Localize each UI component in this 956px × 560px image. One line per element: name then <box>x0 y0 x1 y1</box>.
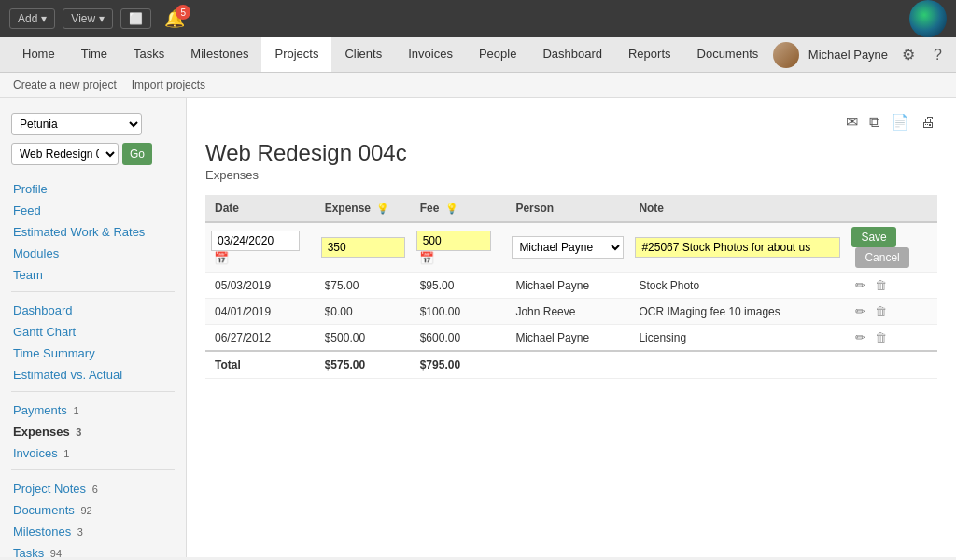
edit-note-input[interactable] <box>635 237 840 258</box>
row2-person: John Reeve <box>506 299 629 325</box>
calendar-icon[interactable]: 📅 <box>214 251 229 265</box>
row1-fee: $95.00 <box>411 273 507 299</box>
row1-delete-icon[interactable]: 🗑 <box>875 278 887 292</box>
project-selector-group: Petunia <box>0 107 186 141</box>
nav-bar: Home Time Tasks Milestones Projects Clie… <box>0 37 956 73</box>
nav-documents[interactable]: Documents <box>684 37 772 72</box>
nav-people[interactable]: People <box>466 37 529 72</box>
sidebar-item-team[interactable]: Team <box>0 264 186 286</box>
row3-note: Licensing <box>629 325 846 352</box>
notification-badge: 5 <box>176 5 190 20</box>
go-button[interactable]: Go <box>122 143 152 165</box>
row3-delete-icon[interactable]: 🗑 <box>875 330 887 344</box>
sidebar-item-estimated-work[interactable]: Estimated Work & Rates <box>0 221 186 243</box>
edit-expense-input[interactable] <box>321 237 405 258</box>
edit-fee-cell: 📅 <box>411 222 507 273</box>
edit-fee-input[interactable] <box>416 231 491 251</box>
import-projects-link[interactable]: Import projects <box>132 78 205 91</box>
nav-invoices[interactable]: Invoices <box>395 37 466 72</box>
row1-edit-icon[interactable]: ✏ <box>855 278 865 292</box>
nav-tasks[interactable]: Tasks <box>120 37 177 72</box>
sidebar-item-invoices[interactable]: Invoices 1 <box>0 442 186 464</box>
edit-expense-cell <box>316 222 411 273</box>
sidebar-item-modules[interactable]: Modules <box>0 243 186 264</box>
sidebar-item-time-summary[interactable]: Time Summary <box>0 343 186 364</box>
row3-fee: $600.00 <box>411 325 507 352</box>
monitor-button[interactable]: ⬜ <box>120 8 151 29</box>
sidebar-item-documents[interactable]: Documents 92 <box>0 499 186 521</box>
content-actions: ✉ ⧉ 📄 🖨 <box>205 111 937 133</box>
row1-person: Michael Payne <box>506 273 629 299</box>
sub-nav: Create a new project Import projects <box>0 73 956 98</box>
pdf-action-icon[interactable]: 📄 <box>889 111 911 133</box>
sidebar-bottom-links: Project Notes 6 Documents 92 Milestones … <box>0 478 186 557</box>
row3-date: 06/27/2012 <box>205 325 316 352</box>
edit-actions-cell: Save Cancel <box>846 222 937 273</box>
create-project-link[interactable]: Create a new project <box>13 78 117 91</box>
row3-actions: ✏ 🗑 <box>846 325 937 352</box>
main-layout: Petunia Web Redesign 004c Go Profile Fee… <box>0 98 956 557</box>
table-row: 06/27/2012 $500.00 $600.00 Michael Payne… <box>205 325 937 352</box>
sidebar: Petunia Web Redesign 004c Go Profile Fee… <box>0 98 187 557</box>
sidebar-main-links: Profile Feed Estimated Work & Rates Modu… <box>0 178 186 286</box>
edit-date-input[interactable] <box>211 231 300 251</box>
row1-expense: $75.00 <box>316 273 411 299</box>
row2-edit-icon[interactable]: ✏ <box>855 304 865 318</box>
avatar <box>773 42 799 68</box>
col-date: Date <box>205 195 316 222</box>
project-select[interactable]: Web Redesign 004c <box>11 143 119 165</box>
sidebar-item-expenses[interactable]: Expenses 3 <box>0 421 186 442</box>
help-icon[interactable]: ? <box>929 45 947 65</box>
sidebar-item-feed[interactable]: Feed <box>0 200 186 221</box>
nav-reports[interactable]: Reports <box>615 37 684 72</box>
row2-delete-icon[interactable]: 🗑 <box>875 304 887 318</box>
sidebar-item-milestones[interactable]: Milestones 3 <box>0 521 186 542</box>
copy-action-icon[interactable]: ⧉ <box>867 111 881 133</box>
sidebar-item-profile[interactable]: Profile <box>0 178 186 200</box>
view-button[interactable]: View ▾ <box>63 8 113 29</box>
save-button[interactable]: Save <box>851 227 895 247</box>
nav-dashboard[interactable]: Dashboard <box>529 37 615 72</box>
sidebar-dash-links: Dashboard Gantt Chart Time Summary Estim… <box>0 300 186 385</box>
edit-person-select[interactable]: Michael Payne <box>512 236 624 259</box>
sidebar-item-payments[interactable]: Payments 1 <box>0 399 186 421</box>
sidebar-item-gantt[interactable]: Gantt Chart <box>0 321 186 343</box>
expense-tip-icon: 💡 <box>376 203 389 214</box>
sidebar-divider-3 <box>11 469 175 470</box>
sidebar-item-dashboard[interactable]: Dashboard <box>0 300 186 321</box>
sidebar-item-tasks[interactable]: Tasks 94 <box>0 542 186 557</box>
row1-actions: ✏ 🗑 <box>846 273 937 299</box>
row2-note: OCR IMaging fee 10 images <box>629 299 846 325</box>
notification-button[interactable]: 🔔 5 <box>159 8 190 29</box>
table-row: 04/01/2019 $0.00 $100.00 John Reeve OCR … <box>205 299 937 325</box>
settings-icon[interactable]: ⚙ <box>897 44 920 65</box>
content-area: ✉ ⧉ 📄 🖨 Web Redesign 004c Expenses Date … <box>187 98 956 557</box>
app-logo <box>909 0 947 37</box>
add-button[interactable]: Add ▾ <box>9 8 55 29</box>
edit-note-cell <box>629 222 846 273</box>
fee-calendar-icon[interactable]: 📅 <box>419 251 434 265</box>
totals-expense: $575.00 <box>316 351 411 379</box>
nav-projects[interactable]: Projects <box>261 37 331 72</box>
table-header-row: Date Expense 💡 Fee 💡 Person Note <box>205 195 937 222</box>
totals-label: Total <box>205 351 316 379</box>
print-action-icon[interactable]: 🖨 <box>919 111 937 133</box>
row3-person: Michael Payne <box>506 325 629 352</box>
nav-clients[interactable]: Clients <box>331 37 395 72</box>
nav-milestones[interactable]: Milestones <box>177 37 261 72</box>
row3-edit-icon[interactable]: ✏ <box>855 330 865 344</box>
client-select[interactable]: Petunia <box>11 113 142 135</box>
nav-home[interactable]: Home <box>9 37 68 72</box>
edit-date-cell: 📅 <box>205 222 316 273</box>
cancel-button[interactable]: Cancel <box>855 247 908 268</box>
edit-person-cell: Michael Payne <box>506 222 629 273</box>
sidebar-item-est-vs-actual[interactable]: Estimated vs. Actual <box>0 364 186 385</box>
email-action-icon[interactable]: ✉ <box>844 111 860 133</box>
row2-fee: $100.00 <box>411 299 507 325</box>
col-fee: Fee 💡 <box>411 195 507 222</box>
totals-fee: $795.00 <box>411 351 507 379</box>
row2-expense: $0.00 <box>316 299 411 325</box>
content-subtitle: Expenses <box>205 168 937 182</box>
sidebar-item-project-notes[interactable]: Project Notes 6 <box>0 478 186 499</box>
nav-time[interactable]: Time <box>68 37 120 72</box>
